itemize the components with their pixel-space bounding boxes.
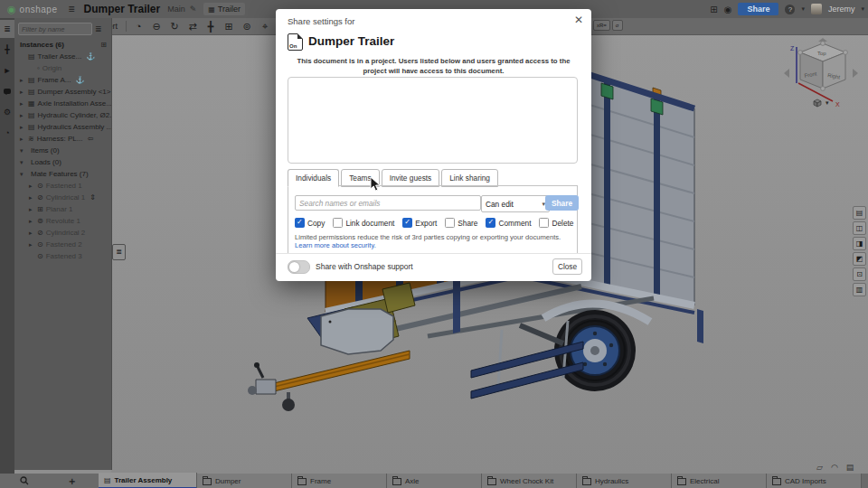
share-tab[interactable]: Individuals [288, 169, 339, 187]
folder-tab[interactable]: CAD Imports [767, 474, 862, 488]
avatar[interactable] [811, 4, 822, 14]
support-toggle[interactable] [288, 260, 310, 274]
tree-item[interactable]: ▸ ⊙ Fastened 2 [14, 239, 111, 250]
dialog-share-button[interactable]: Share [545, 195, 579, 211]
permission-checkbox[interactable]: Link document [333, 218, 394, 228]
chevron-icon[interactable]: ▸ [29, 183, 34, 190]
toggle-knob[interactable] [289, 262, 299, 272]
permission-select[interactable]: Can edit ▾ [481, 195, 550, 212]
checkbox-icon[interactable] [333, 218, 343, 228]
chevron-icon[interactable]: ▾ [20, 171, 25, 178]
hidden-tabs-icon[interactable]: ◠ [831, 463, 838, 472]
close-button[interactable]: Close [552, 258, 582, 275]
permission-checkbox[interactable]: Comment [486, 218, 531, 228]
versions-panel-icon[interactable]: ◫ [853, 221, 866, 235]
chevron-icon[interactable]: ▸ [29, 241, 34, 249]
custom-tables-icon[interactable]: ▥ [853, 283, 866, 296]
history-icon[interactable]: ◔ [0, 124, 14, 142]
tree-item[interactable]: ▾ Mate Features (7) [14, 168, 111, 180]
tree-item[interactable]: ◦ Origin [14, 62, 111, 74]
checkbox-icon[interactable] [295, 218, 305, 228]
bom-table-icon[interactable]: ▤ [853, 206, 866, 220]
folder-tab[interactable]: Hydraulics [577, 474, 672, 488]
rename-icon[interactable]: ✎ [190, 5, 197, 14]
chevron-icon[interactable]: ▸ [29, 194, 34, 202]
chevron-icon[interactable]: ▸ [20, 89, 25, 96]
learning-center-icon[interactable]: ◉ [724, 5, 732, 14]
section-view-icon[interactable]: ◨ [853, 237, 866, 250]
tree-item[interactable]: ▾ Loads (0) [14, 156, 111, 168]
measure-icon[interactable]: σ [612, 20, 623, 31]
chevron-icon[interactable]: ▸ [29, 206, 34, 213]
search-tabs-icon[interactable] [20, 476, 29, 485]
assembly-tree-icon[interactable]: ≣ [0, 20, 14, 38]
permission-checkbox[interactable]: Export [402, 218, 437, 228]
tree-item[interactable]: ▸ ⊘ Cylindrical 2 [14, 227, 111, 239]
planar-mate-icon[interactable]: ⊞ [220, 18, 238, 34]
new-instance-icon[interactable]: ⊞ [100, 41, 107, 49]
tree-item[interactable]: ▸ ▤ Frame A... ⚓ [14, 74, 111, 86]
panel-resize-handle[interactable]: ≣ [112, 244, 126, 260]
insert-icon[interactable]: ╋ [0, 41, 14, 59]
folder-tab[interactable]: Electrical [672, 474, 767, 488]
chevron-icon[interactable]: ▾ [20, 159, 25, 166]
filter-input[interactable] [18, 23, 92, 35]
cylindrical-mate-icon[interactable]: ⌖ [256, 18, 274, 34]
permission-checkbox[interactable]: Copy [295, 218, 325, 228]
chevron-icon[interactable]: ▸ [20, 100, 25, 108]
tree-item[interactable]: ▸ ▤ Dumper Assembly <1> [14, 86, 111, 98]
tree-item[interactable]: ▸ ▤ Hydraulics Assembly ... [14, 121, 111, 133]
checkbox-icon[interactable] [402, 218, 412, 228]
folder-tab[interactable]: Dumper [197, 474, 292, 488]
tree-item[interactable]: ▸ ⊚ Revolute 1 [14, 215, 111, 227]
project-breadcrumb[interactable]: ▦ Trailer [203, 3, 245, 15]
render-panel-icon[interactable]: ⊡ [853, 267, 866, 281]
share-tab[interactable]: Link sharing [441, 169, 498, 187]
tree-item[interactable]: ▸ ⊘ Cylindrical 1 ⇕ [14, 192, 111, 203]
user-menu-chevron-icon[interactable]: ▾ [861, 5, 864, 13]
tree-item[interactable]: ▸ ≋ Harness: PL... ⇦ [14, 133, 111, 145]
chevron-icon[interactable]: ▾ [20, 147, 25, 155]
chevron-icon[interactable]: ▸ [29, 218, 34, 225]
checkbox-icon[interactable] [445, 218, 455, 228]
view-options-menu[interactable]: ▾ [812, 98, 829, 108]
mate-icon[interactable]: ⊖ [147, 18, 165, 34]
help-icon[interactable]: ? [785, 5, 795, 14]
slider-mate-icon[interactable]: ⇄ [184, 18, 202, 34]
new-tab-icon[interactable]: ＋ [67, 474, 77, 488]
revolute-mate-icon[interactable]: ↻ [165, 18, 184, 34]
tree-item[interactable]: ▾ Items (0) [14, 145, 111, 156]
appearance-panel-icon[interactable]: ◩ [853, 252, 866, 266]
folder-tab[interactable]: Wheel Chock Kit [482, 474, 577, 488]
tree-item[interactable]: ▸ ⊞ Planar 1 [14, 203, 111, 215]
share-search-input[interactable] [295, 195, 481, 211]
folder-tab[interactable]: Frame [292, 474, 387, 488]
share-button[interactable]: Share [738, 3, 778, 15]
tree-item[interactable]: ▸ ▤ Hydraulic Cylinder, Ø2... [14, 109, 111, 121]
chevron-icon[interactable]: ▸ [20, 112, 25, 119]
comments-icon[interactable] [0, 82, 14, 100]
performance-icon[interactable]: ▱ [816, 463, 823, 472]
main-menu-icon[interactable]: ≡ [68, 3, 74, 15]
share-tab[interactable]: Invite guests [382, 169, 440, 187]
ball-mate-icon[interactable]: ⊚ [238, 18, 256, 34]
history-icon[interactable]: ◔ [129, 18, 147, 34]
workspace-name[interactable]: Main [167, 5, 185, 14]
tab-manager-icon[interactable]: ▤ [846, 463, 854, 472]
onshape-logo-icon[interactable]: ◉ [7, 4, 16, 15]
tree-item[interactable]: ▤ Trailer Asse... ⚓ [14, 51, 111, 62]
security-link[interactable]: Learn more about security. [295, 241, 376, 249]
checkbox-icon[interactable] [539, 218, 549, 228]
chevron-icon[interactable]: ▸ [29, 230, 34, 237]
configurations-icon[interactable]: ⚙ [0, 103, 14, 121]
apps-grid-icon[interactable]: ⊞ [710, 5, 717, 14]
fastened-mate-icon[interactable]: ╋ [202, 18, 220, 34]
select-icon[interactable]: ► [0, 61, 14, 80]
tree-item[interactable]: ▸ ⊙ Fastened 1 [14, 180, 111, 192]
tree-item[interactable]: ▸ ▦ Axle Installation Asse... [14, 98, 111, 109]
view-cube[interactable]: Top Front Right Z X [780, 36, 862, 127]
chevron-icon[interactable]: ▸ [20, 124, 25, 131]
close-icon[interactable]: ✕ [574, 14, 583, 26]
tree-options-icon[interactable]: ≣ [95, 24, 102, 33]
tab-trailer-assembly[interactable]: ▤ Trailer Assembly [99, 473, 197, 488]
